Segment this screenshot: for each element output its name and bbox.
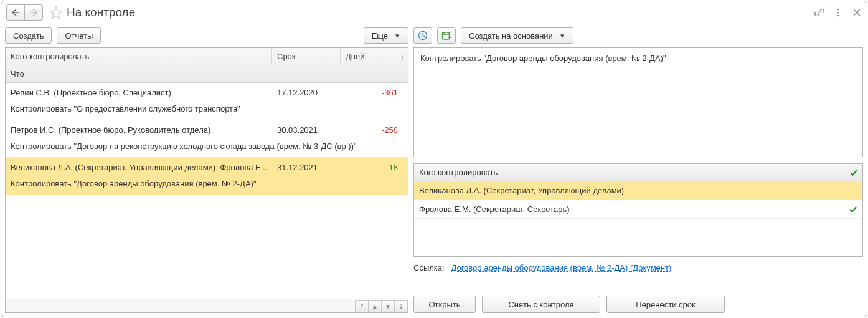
th-what[interactable]: Что [6,65,408,82]
cell-deadline: 30.03.2021 [272,120,341,139]
back-button[interactable] [6,4,25,21]
scroll-bottom-button[interactable]: ⤓ [394,300,408,312]
create-based-on-label: Создать на основании [469,31,553,41]
arrow-right-icon [30,9,37,16]
scroll-down-button[interactable]: ▼ [381,300,395,312]
calendar-plus-icon [441,31,451,41]
postpone-button[interactable]: Перенести срок [606,296,725,313]
history-button[interactable] [413,27,432,44]
cell-days: -361 [341,83,408,102]
table-row[interactable]: Петров И.С. (Проектное бюро, Руководител… [6,120,408,158]
link-icon[interactable] [814,7,824,17]
create-based-on-button[interactable]: Создать на основании ▼ [461,27,573,44]
more-button[interactable]: Еще ▼ [364,27,408,44]
remove-control-button[interactable]: Снять с контроля [482,296,600,313]
reference-link[interactable]: Договор аренды оборудования (врем. № 2-Д… [451,263,671,272]
control-list-table: Кого контролировать Срок Дней↓ Что Репин… [5,47,408,313]
favorite-star-icon[interactable] [49,6,63,19]
th-controller-name[interactable]: Кого контролировать [414,164,844,181]
forward-button[interactable] [24,4,43,21]
more-vertical-icon[interactable] [833,7,843,17]
check-icon [849,168,858,177]
caret-down-icon: ▼ [559,32,565,39]
controller-row[interactable]: Фролова Е.М. (Секретариат, Секретарь) [414,200,862,219]
cell-days: 18 [341,158,408,176]
scroll-up-button[interactable]: ▲ [368,300,382,312]
sort-asc-icon: ↓ [401,53,405,60]
svg-rect-4 [443,32,450,39]
cell-deadline: 17.12.2020 [272,83,341,102]
reports-label: Отчеты [65,31,93,41]
more-label: Еще [372,31,388,41]
controller-row[interactable]: Великанова Л.А. (Секретариат, Управляющи… [414,181,862,200]
description-text: Контролировать "Договор аренды оборудова… [420,54,666,63]
link-label: Ссылка: [413,263,445,272]
create-button[interactable]: Создать [5,27,52,44]
cell-what: Контролировать "Договор аренды оборудова… [6,176,408,195]
create-label: Создать [13,31,44,41]
table-row[interactable]: Репин С.В. (Проектное бюро, Специалист)1… [6,83,408,120]
cell-what: Контролировать "Договор на реконструкцию… [6,139,408,157]
th-controller-done[interactable] [844,164,862,181]
add-event-button[interactable] [437,27,456,44]
controller-done [844,200,862,218]
th-days[interactable]: Дней↓ [341,48,408,65]
cell-what: Контролировать "О предоставлении служебн… [6,102,408,120]
controller-name: Великанова Л.А. (Секретариат, Управляющи… [414,181,844,200]
close-icon[interactable] [852,7,862,17]
th-deadline[interactable]: Срок [272,48,341,65]
cell-who: Великанова Л.А. (Секретариат, Управляющи… [6,158,272,176]
arrow-left-icon [12,9,19,16]
caret-down-icon: ▼ [394,32,400,39]
th-who[interactable]: Кого контролировать [6,48,272,65]
cell-who: Петров И.С. (Проектное бюро, Руководител… [6,120,272,139]
controllers-table: Кого контролировать Великанова Л.А. (Сек… [413,163,863,257]
description-box: Контролировать "Договор аренды оборудова… [413,47,863,157]
cell-deadline: 31.12.2021 [272,158,341,176]
table-row[interactable]: Великанова Л.А. (Секретариат, Управляющи… [6,158,408,195]
svg-point-0 [837,9,839,11]
controller-name: Фролова Е.М. (Секретариат, Секретарь) [414,200,844,218]
svg-point-1 [837,12,839,14]
page-title: На контроле [67,6,135,19]
open-button[interactable]: Открыть [413,296,476,313]
svg-point-2 [837,15,839,17]
cell-who: Репин С.В. (Проектное бюро, Специалист) [6,83,272,102]
reports-button[interactable]: Отчеты [57,27,101,44]
cell-days: -258 [341,120,408,139]
controller-done [844,181,862,200]
scroll-top-button[interactable]: ⤒ [355,300,369,312]
clock-icon [418,31,428,41]
